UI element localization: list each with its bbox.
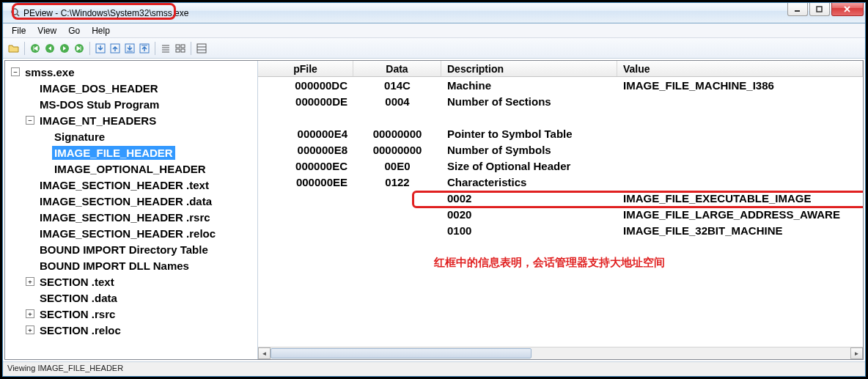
table-row[interactable]: 000000EE0122Characteristics xyxy=(258,175,863,191)
titlebar[interactable]: PEview - C:\Windows\System32\smss.exe xyxy=(3,3,865,23)
close-button[interactable] xyxy=(831,3,864,16)
cell-data: 00000000 xyxy=(353,127,441,143)
tree-label[interactable]: Signature xyxy=(52,130,107,144)
menu-file[interactable]: File xyxy=(6,24,32,37)
col-header-data[interactable]: Data xyxy=(353,61,441,76)
nav-first-icon[interactable] xyxy=(29,42,42,55)
table-row[interactable]: 000000DE0004Number of Sections xyxy=(258,95,863,111)
tree-item[interactable]: IMAGE_DOS_HEADER xyxy=(5,80,257,96)
nav-prev-icon[interactable] xyxy=(43,42,56,55)
table-row[interactable]: 0002IMAGE_FILE_EXECUTABLE_IMAGE xyxy=(258,191,863,207)
cell-data xyxy=(353,191,441,207)
maximize-button[interactable] xyxy=(809,3,830,16)
tree-item[interactable]: BOUND IMPORT Directory Table xyxy=(5,241,257,257)
menu-help[interactable]: Help xyxy=(86,24,116,37)
svg-rect-24 xyxy=(197,44,206,53)
tree-label[interactable]: IMAGE_SECTION_HEADER .data xyxy=(37,194,214,208)
tree-item[interactable]: +SECTION .reloc xyxy=(5,322,257,338)
tree-label[interactable]: IMAGE_NT_HEADERS xyxy=(37,114,158,128)
collapse-icon[interactable]: − xyxy=(26,116,34,125)
tree-label[interactable]: SECTION .rsrc xyxy=(37,307,117,321)
tree-label[interactable]: IMAGE_OPTIONAL_HEADER xyxy=(52,162,208,176)
minimize-button[interactable] xyxy=(787,3,808,16)
tree-label[interactable]: SECTION .text xyxy=(37,275,117,289)
tree-panel[interactable]: −smss.exeIMAGE_DOS_HEADERMS-DOS Stub Pro… xyxy=(5,61,258,359)
toolbar-divider xyxy=(24,42,25,55)
tree-item[interactable]: BOUND IMPORT DLL Names xyxy=(5,257,257,273)
grid-header: pFile Data Description Value xyxy=(258,61,863,77)
export2-icon[interactable] xyxy=(138,42,151,55)
tree-item[interactable]: SECTION .data xyxy=(5,290,257,306)
cell-pfile: 000000EC xyxy=(258,159,353,175)
table-row[interactable]: 0020IMAGE_FILE_LARGE_ADDRESS_AWARE xyxy=(258,207,863,224)
scroll-left-button[interactable]: ◄ xyxy=(258,347,271,359)
tree-label[interactable]: SECTION .reloc xyxy=(37,323,123,337)
tree-item[interactable]: +SECTION .rsrc xyxy=(5,306,257,322)
cell-pfile: 000000EE xyxy=(258,175,353,191)
grid-body[interactable]: 000000DC014CMachineIMAGE_FILE_MACHINE_I3… xyxy=(258,77,863,359)
tree-item[interactable]: MS-DOS Stub Program xyxy=(5,96,257,112)
tree-item[interactable]: IMAGE_SECTION_HEADER .reloc xyxy=(5,225,257,241)
cell-desc: Size of Optional Header xyxy=(441,159,617,175)
cell-desc: Characteristics xyxy=(441,175,617,191)
nav-next-icon[interactable] xyxy=(58,42,71,55)
collapse-icon[interactable]: − xyxy=(11,67,20,76)
tree-item[interactable]: −IMAGE_NT_HEADERS xyxy=(5,112,257,128)
scroll-track[interactable] xyxy=(271,347,850,359)
scroll-right-button[interactable]: ► xyxy=(850,347,863,359)
export-icon[interactable] xyxy=(108,42,122,55)
table-row[interactable]: 000000DC014CMachineIMAGE_FILE_MACHINE_I3… xyxy=(258,78,863,95)
tree-label[interactable]: SECTION .data xyxy=(37,291,119,305)
toolbar-divider xyxy=(155,42,155,55)
table-row[interactable]: 000000E800000000Number of Symbols xyxy=(258,143,863,159)
tree-label[interactable]: smss.exe xyxy=(23,65,77,79)
cell-value: IMAGE_FILE_MACHINE_I386 xyxy=(617,78,863,95)
tree-item[interactable]: Signature xyxy=(5,128,257,144)
expand-icon[interactable]: + xyxy=(26,277,34,286)
detail-view-icon[interactable] xyxy=(174,42,187,55)
nav-last-icon[interactable] xyxy=(73,42,86,55)
menu-go[interactable]: Go xyxy=(62,24,86,37)
tree-item[interactable]: IMAGE_SECTION_HEADER .data xyxy=(5,193,257,209)
open-file-icon[interactable] xyxy=(7,42,21,55)
tree-item[interactable]: +SECTION .text xyxy=(5,273,257,290)
col-header-desc[interactable]: Description xyxy=(441,61,617,76)
tree-label[interactable]: IMAGE_DOS_HEADER xyxy=(37,81,161,95)
expand-icon[interactable]: + xyxy=(26,309,34,318)
table-row[interactable]: 000000EC00E0Size of Optional Header xyxy=(258,159,863,175)
cell-desc: 0002 xyxy=(441,191,617,207)
tree-item[interactable]: −smss.exe xyxy=(5,64,257,80)
cell-pfile: 000000E8 xyxy=(258,143,353,159)
tree-label[interactable]: IMAGE_SECTION_HEADER .rsrc xyxy=(37,210,213,224)
tree-item[interactable]: IMAGE_SECTION_HEADER .text xyxy=(5,177,257,193)
cell-desc: 0020 xyxy=(441,207,617,224)
col-header-pfile[interactable]: pFile xyxy=(258,61,353,76)
menu-view[interactable]: View xyxy=(32,24,62,37)
col-header-value[interactable]: Value xyxy=(617,61,863,76)
table-row[interactable]: 000000E400000000Pointer to Symbol Table xyxy=(258,127,863,143)
tree-item[interactable]: IMAGE_SECTION_HEADER .rsrc xyxy=(5,209,257,225)
cell-data xyxy=(353,111,441,127)
table-row[interactable]: 0100IMAGE_FILE_32BIT_MACHINE xyxy=(258,224,863,240)
table-row[interactable] xyxy=(258,111,863,127)
cell-value: IMAGE_FILE_LARGE_ADDRESS_AWARE xyxy=(617,207,863,224)
cell-data: 00E0 xyxy=(353,159,441,175)
tree-label[interactable]: BOUND IMPORT Directory Table xyxy=(37,243,210,257)
tree-label[interactable]: IMAGE_SECTION_HEADER .reloc xyxy=(37,227,218,240)
tree-label[interactable]: IMAGE_FILE_HEADER xyxy=(52,146,175,160)
tree-item[interactable]: IMAGE_FILE_HEADER xyxy=(5,144,257,161)
toolbar-divider xyxy=(89,42,90,55)
list-view-icon[interactable] xyxy=(159,42,172,55)
tree-label[interactable]: IMAGE_SECTION_HEADER .text xyxy=(37,178,211,192)
horizontal-scrollbar[interactable]: ◄ ► xyxy=(258,347,863,359)
tree-label[interactable]: MS-DOS Stub Program xyxy=(37,97,161,111)
cell-desc: Machine xyxy=(441,78,617,95)
tree-label[interactable]: BOUND IMPORT DLL Names xyxy=(37,259,191,273)
hex-view-icon[interactable] xyxy=(195,42,208,55)
expand-icon[interactable]: + xyxy=(26,325,34,334)
tree-item[interactable]: IMAGE_OPTIONAL_HEADER xyxy=(5,161,257,177)
import2-icon[interactable] xyxy=(123,42,136,55)
import-icon[interactable] xyxy=(94,42,107,55)
annotation-text: 红框中的信息表明，会话管理器支持大地址空间 xyxy=(434,256,665,270)
scroll-thumb[interactable] xyxy=(271,348,532,358)
